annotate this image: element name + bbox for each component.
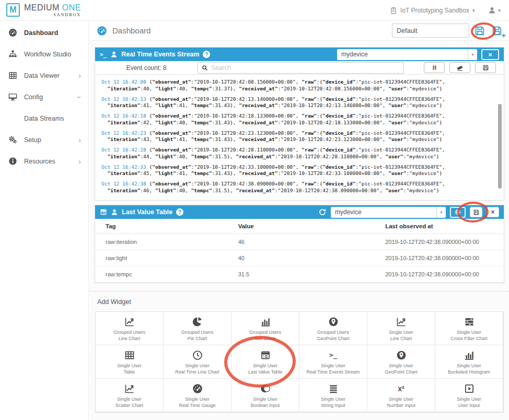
table-cell: 31.5 [238, 266, 386, 283]
widget-option-group: Single User [185, 363, 210, 369]
user-menu[interactable]: ▾ [488, 6, 501, 14]
widget-option-single-user-bucketed-histogram[interactable]: Single User Bucketed Histogram [435, 345, 503, 379]
help-icon[interactable]: ? [176, 208, 183, 216]
table-cell: raw:light [95, 250, 238, 266]
table-icon [8, 71, 17, 80]
pause-button[interactable] [424, 62, 445, 73]
eraser-icon [456, 64, 464, 72]
widget-option-single-user-table[interactable]: Single User Table [96, 345, 164, 379]
widget-option-single-user-geopoint-chart[interactable]: Single User GeoPoint Chart [367, 345, 435, 379]
widget-option-single-user-scatter-chart[interactable]: Single User Scatter Chart [96, 379, 164, 412]
save-events-button[interactable] [475, 62, 496, 73]
log-entry: Oct 12 16:42:38 {"observed_at":"2019-10-… [101, 181, 499, 194]
sidebar-item-label: Setup [24, 136, 41, 144]
widget-option-single-user-real-time-events-stream[interactable]: >_ Single User Real Time Events Stream [299, 345, 367, 379]
dashboard-name-input[interactable] [392, 24, 469, 38]
widget-option-single-user-cross-filter-chart[interactable]: Single User Cross Filter Chart [435, 312, 503, 345]
table-cell: 2019-10-12T20:42:38.090000+00:00 [385, 266, 504, 283]
widget-option-type: Scatter Chart [115, 403, 143, 409]
widget-option-type: User Input [458, 403, 480, 409]
add-widget-label: Add Widget [97, 298, 504, 306]
chevron-down-icon: ▾ [436, 207, 446, 218]
help-icon[interactable]: ? [203, 51, 210, 58]
widget-option-single-user-user-input[interactable]: Single User User Input [435, 379, 503, 412]
sidebar-item-config[interactable]: Config › [0, 86, 88, 108]
widget-option-single-user-last-value-table[interactable]: Single User Last Value Table [232, 345, 299, 379]
bar-chart-icon [464, 350, 475, 360]
widget-option-type: String Input [321, 403, 345, 409]
sidebar-item-resources[interactable]: Resources › [0, 150, 88, 172]
widget-title: Last Value Table [122, 208, 172, 216]
chevron-down-icon: ▾ [472, 8, 475, 13]
workspace-menu[interactable]: IoT Prototyping Sandbox ▾ [390, 7, 475, 14]
sidebar-item-data-viewer[interactable]: Data Viewer › [0, 65, 88, 86]
table-cell: raw:iteration [95, 234, 238, 250]
search-input[interactable] [211, 64, 400, 72]
sidebar-item-label: Config [24, 94, 43, 101]
sidebar-item-dashboard[interactable]: Dashboard [0, 22, 88, 43]
cross-filter-icon [464, 317, 475, 327]
widget-option-type: Bar Chart [255, 336, 275, 342]
line-chart-icon [396, 317, 407, 327]
widget-option-type: Number Input [387, 403, 415, 409]
widget-option-single-user-line-chart[interactable]: Single User Line Chart [367, 312, 435, 345]
column-header-tag: Tag [95, 219, 238, 234]
widget-option-group: Single User [457, 396, 481, 402]
widget-option-single-user-real-time-gauge[interactable]: Single User Real Time Gauge [164, 379, 232, 412]
string-lines-icon [328, 383, 339, 394]
close-widget-button[interactable]: × [481, 49, 499, 60]
widget-option-grouped-users-geopoint-chart[interactable]: Grouped Users GeoPoint Chart [299, 312, 367, 345]
brand-logo[interactable]: M MEDIUM ONE SANDBOX [6, 3, 81, 17]
globe-icon [328, 317, 339, 327]
widget-option-grouped-users-pie-chart[interactable]: Grouped Users Pie Chart [164, 312, 232, 345]
sidebar-item-label: Dashboard [24, 29, 58, 37]
gauge-icon [8, 28, 17, 37]
log-entry: Oct 12 16:42:08 {"observed_at":"2019-10-… [101, 79, 499, 92]
widget-option-single-user-number-input[interactable]: x² Single User Number Input [367, 379, 435, 412]
sidebar-item-label: Workflow Studio [24, 51, 71, 58]
close-lvt-button[interactable]: × [487, 207, 499, 217]
widget-option-type: Cross Filter Chart [450, 336, 488, 342]
info-icon [8, 157, 17, 166]
save-dashboard-button[interactable] [473, 24, 487, 38]
refresh-button[interactable] [318, 208, 327, 216]
page-header: Dashboard + [89, 21, 509, 41]
chevron-right-icon: › [78, 158, 81, 165]
clear-button[interactable] [449, 62, 470, 73]
settings-button[interactable] [450, 207, 466, 218]
device-select[interactable]: mydevice ▾ [331, 207, 446, 218]
user-icon [488, 6, 496, 14]
desktop-icon [8, 92, 17, 101]
workspace-label: IoT Prototyping Sandbox [400, 7, 469, 14]
widget-option-type: Real Time Gauge [179, 403, 215, 409]
sidebar-item-setup[interactable]: Setup › [0, 129, 88, 150]
floppy-icon [474, 25, 485, 37]
chevron-down-icon: ▾ [498, 8, 501, 13]
add-widget-panel: Add Widget Grouped Users Line Chart Grou… [95, 298, 504, 413]
widget-option-grouped-users-line-chart[interactable]: Grouped Users Line Chart [96, 312, 164, 345]
device-select[interactable]: mydevice ▾ [337, 49, 477, 60]
widget-option-single-user-real-time-line-chart[interactable]: Single User Real Time Line Chart [164, 345, 232, 379]
table-icon [124, 350, 135, 360]
events-log[interactable]: Oct 12 16:42:08 {"observed_at":"2019-10-… [95, 75, 504, 200]
scrollbar-thumb[interactable] [498, 104, 502, 189]
column-header-value: Value [238, 219, 386, 234]
chevron-down-icon: › [76, 96, 84, 98]
table-cell: 40 [238, 250, 386, 266]
add-dashboard-button[interactable]: + [490, 24, 504, 38]
save-lvt-button[interactable] [470, 207, 482, 217]
widget-option-type: GeoPoint Chart [317, 336, 349, 342]
sidebar-item-data-streams[interactable]: Data Streams [0, 108, 88, 129]
widget-option-single-user-boolean-input[interactable]: Single User Boolean Input [232, 379, 299, 412]
floppy-icon [482, 64, 489, 71]
widget-option-group: Single User [185, 396, 210, 402]
main-content: Dashboard + >_ Real Time Events Stream ? [89, 21, 509, 420]
gear-icon [454, 208, 461, 216]
logo-mark: M [6, 3, 20, 17]
widget-option-single-user-string-input[interactable]: Single User String Input [299, 379, 367, 412]
refresh-icon [318, 208, 327, 216]
widget-option-group: Single User [117, 363, 142, 369]
sidebar-item-workflow-studio[interactable]: Workflow Studio [0, 43, 88, 65]
sidebar-item-label: Data Streams [24, 115, 64, 122]
widget-option-grouped-users-bar-chart[interactable]: Grouped Users Bar Chart [232, 312, 299, 345]
